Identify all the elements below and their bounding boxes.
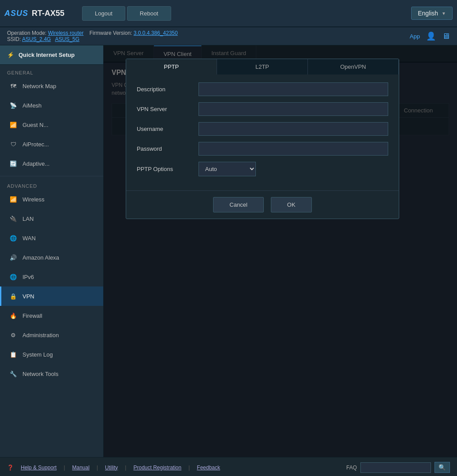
help-support-link[interactable]: Help & Support xyxy=(21,465,56,471)
sidebar-item-adaptive[interactable]: 🔄 Adaptive... xyxy=(0,154,103,173)
username-input[interactable] xyxy=(199,122,388,136)
top-nav-buttons: Logout Reboot xyxy=(82,6,171,21)
sidebar-item-label: Firewall xyxy=(22,312,42,319)
quick-setup-button[interactable]: ⚡ Quick Internet Setup xyxy=(0,45,103,65)
sidebar-item-label: AiProtec... xyxy=(22,141,49,148)
faq-search-input[interactable] xyxy=(360,462,431,473)
sidebar-item-label: IPv6 xyxy=(22,274,34,280)
sidebar-item-label: Administration xyxy=(22,332,59,338)
logout-button[interactable]: Logout xyxy=(82,6,125,21)
faq-search-button[interactable]: 🔍 xyxy=(435,462,450,473)
ssid-label: SSID: xyxy=(7,36,21,42)
sidebar-item-network-map[interactable]: 🗺 Network Map xyxy=(0,76,103,96)
model-name: RT-AX55 xyxy=(32,9,64,18)
sidebar-item-aimesh[interactable]: 📡 AiMesh xyxy=(0,96,103,115)
sidebar-item-lan[interactable]: 🔌 LAN xyxy=(0,209,103,228)
quick-setup-label: Quick Internet Setup xyxy=(19,52,75,58)
asus-logo: ASUS xyxy=(4,9,28,18)
sidebar-advanced-title: Advanced xyxy=(0,181,103,190)
footer-separator4: | xyxy=(188,465,190,471)
description-input[interactable] xyxy=(199,82,388,96)
utility-link[interactable]: Utility xyxy=(105,465,118,471)
footer: ❓ Help & Support | Manual | Utility | Pr… xyxy=(0,457,457,476)
sidebar-item-ipv6[interactable]: 🌐 IPv6 xyxy=(0,267,103,286)
wan-icon: 🌐 xyxy=(8,233,18,243)
sidebar-item-wan[interactable]: 🌐 WAN xyxy=(0,228,103,248)
modal-tab-bar: PPTP L2TP OpenVPN xyxy=(126,59,399,74)
sidebar-item-administration[interactable]: ⚙ Administration xyxy=(0,325,103,345)
firmware-value[interactable]: 3.0.0.4.386_42350 xyxy=(134,30,178,36)
sidebar-general-title: General xyxy=(0,67,103,76)
sidebar-item-label: Network Map xyxy=(22,83,56,89)
sidebar-item-label: VPN xyxy=(22,293,34,300)
guest-network-icon: 📶 xyxy=(8,120,18,130)
app-label[interactable]: App xyxy=(410,33,420,40)
sidebar-item-aiprotection[interactable]: 🛡 AiProtec... xyxy=(0,134,103,154)
system-log-icon: 📋 xyxy=(8,350,18,359)
user-icon[interactable]: 👤 xyxy=(426,31,436,41)
network-tools-icon: 🔧 xyxy=(8,369,18,379)
manual-link[interactable]: Manual xyxy=(72,465,90,471)
description-label: Description xyxy=(137,86,199,93)
quick-setup-icon: ⚡ xyxy=(7,52,14,58)
sidebar-item-label: WAN xyxy=(22,235,36,242)
vpn-server-input[interactable] xyxy=(199,102,388,116)
sidebar-item-amazon-alexa[interactable]: 🔊 Amazon Alexa xyxy=(0,248,103,267)
ok-button[interactable]: OK xyxy=(271,197,312,212)
sidebar-item-label: Adaptive... xyxy=(22,160,49,167)
sidebar-item-label: AiMesh xyxy=(22,102,41,109)
system-info: Operation Mode: Wireless router Firmware… xyxy=(7,30,178,42)
sidebar-general-section: General 🗺 Network Map 📡 AiMesh 📶 Guest N… xyxy=(0,65,103,174)
language-label: English xyxy=(418,10,438,17)
sidebar-item-label: Guest N... xyxy=(22,122,49,128)
vpn-client-modal: PPTP L2TP OpenVPN Description VPN Server xyxy=(126,59,399,219)
sidebar-item-guest-network[interactable]: 📶 Guest N... xyxy=(0,115,103,134)
cancel-button[interactable]: Cancel xyxy=(213,197,263,212)
pptp-options-label: PPTP Options xyxy=(137,166,199,172)
firmware-label: Firmware Version: xyxy=(90,30,132,36)
content-area: VPN Server VPN Client Instant Guard VPN … xyxy=(104,45,457,457)
ssid-5g[interactable]: ASUS_5G xyxy=(55,36,79,42)
monitor-icon[interactable]: 🖥 xyxy=(442,32,450,41)
sidebar-item-firewall[interactable]: 🔥 Firewall xyxy=(0,306,103,325)
feedback-link[interactable]: Feedback xyxy=(197,465,220,471)
alexa-icon: 🔊 xyxy=(8,253,18,262)
faq-label: FAQ xyxy=(346,465,357,471)
reboot-button[interactable]: Reboot xyxy=(127,6,171,21)
aimesh-icon: 📡 xyxy=(8,100,18,110)
language-selector[interactable]: English ▼ xyxy=(411,7,453,20)
modal-body: Description VPN Server Username Password xyxy=(126,74,399,190)
modal-tab-pptp[interactable]: PPTP xyxy=(126,59,217,74)
modal-tab-openvpn[interactable]: OpenVPN xyxy=(308,59,399,74)
username-label: Username xyxy=(137,126,199,132)
vpn-server-label: VPN Server xyxy=(137,106,199,112)
aiprotection-icon: 🛡 xyxy=(8,139,18,149)
operation-mode-value[interactable]: Wireless router xyxy=(48,30,84,36)
ipv6-icon: 🌐 xyxy=(8,272,18,282)
operation-mode-label: Operation Mode: xyxy=(7,30,46,36)
modal-overlay: PPTP L2TP OpenVPN Description VPN Server xyxy=(104,45,457,457)
ssid-24g[interactable]: ASUS_2.4G xyxy=(22,36,51,42)
main-layout: ⚡ Quick Internet Setup General 🗺 Network… xyxy=(0,45,457,457)
pptp-options-row: PPTP Options Auto MPPE 128 MPPE 40 No MP… xyxy=(137,162,388,176)
sidebar-divider xyxy=(0,176,103,176)
pptp-options-select[interactable]: Auto MPPE 128 MPPE 40 No MPPE xyxy=(199,162,256,176)
sidebar-item-wireless[interactable]: 📶 Wireless xyxy=(0,190,103,209)
sidebar-item-label: LAN xyxy=(22,216,34,222)
vpn-icon: 🔒 xyxy=(8,291,18,301)
sidebar-item-label: System Log xyxy=(22,351,53,358)
modal-tab-l2tp[interactable]: L2TP xyxy=(217,59,308,74)
modal-footer: Cancel OK xyxy=(126,190,399,219)
password-label: Password xyxy=(137,145,199,152)
sidebar-item-system-log[interactable]: 📋 System Log xyxy=(0,345,103,364)
info-bar-right: App 👤 🖥 xyxy=(410,31,450,41)
sidebar-item-vpn[interactable]: 🔒 VPN xyxy=(0,286,103,306)
footer-separator: | xyxy=(64,465,65,471)
sidebar-item-network-tools[interactable]: 🔧 Network Tools xyxy=(0,364,103,383)
password-input[interactable] xyxy=(199,142,388,156)
product-registration-link[interactable]: Product Registration xyxy=(133,465,181,471)
username-row: Username xyxy=(137,122,388,136)
help-icon: ❓ xyxy=(7,465,14,471)
description-row: Description xyxy=(137,82,388,96)
network-map-icon: 🗺 xyxy=(8,81,18,91)
